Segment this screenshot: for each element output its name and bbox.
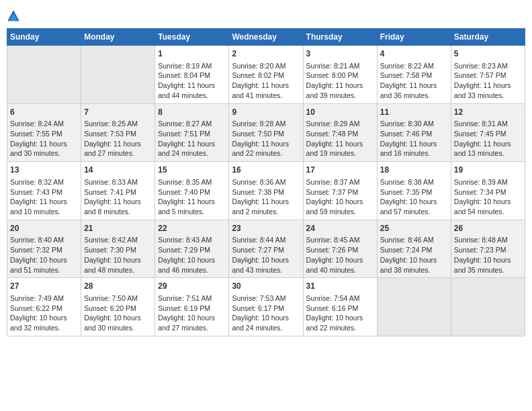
day-info: Daylight: 10 hours and 57 minutes. [380,197,448,216]
day-info: Sunset: 7:41 PM [84,187,152,197]
calendar-cell: 10Sunrise: 8:29 AMSunset: 7:48 PMDayligh… [303,103,377,162]
day-info: Sunset: 8:00 PM [306,71,374,81]
calendar-cell: 27Sunrise: 7:49 AMSunset: 6:22 PMDayligh… [7,278,81,336]
day-info: Sunrise: 8:20 AM [232,61,300,71]
day-info: Sunset: 6:20 PM [84,304,152,314]
day-info: Daylight: 11 hours and 27 minutes. [84,139,152,158]
day-info: Daylight: 10 hours and 27 minutes. [158,313,226,332]
calendar-week-5: 27Sunrise: 7:49 AMSunset: 6:22 PMDayligh… [7,278,525,336]
day-info: Daylight: 10 hours and 32 minutes. [10,313,78,332]
calendar-cell: 31Sunrise: 7:54 AMSunset: 6:16 PMDayligh… [303,278,377,336]
day-info: Daylight: 11 hours and 8 minutes. [84,197,152,216]
day-number: 8 [158,107,226,118]
day-number: 22 [158,223,226,234]
calendar-cell: 4Sunrise: 8:22 AMSunset: 7:58 PMDaylight… [377,46,451,104]
day-info: Sunrise: 8:37 AM [306,177,374,187]
day-info: Sunset: 7:26 PM [306,245,374,255]
calendar-cell: 2Sunrise: 8:20 AMSunset: 8:02 PMDaylight… [229,46,303,104]
day-info: Daylight: 10 hours and 30 minutes. [84,313,152,332]
day-info: Daylight: 10 hours and 46 minutes. [158,255,226,275]
day-info: Sunset: 7:30 PM [84,245,152,255]
day-number: 30 [232,281,300,292]
day-info: Sunrise: 8:30 AM [380,119,448,129]
calendar-cell: 15Sunrise: 8:35 AMSunset: 7:40 PMDayligh… [155,162,229,220]
weekday-header-row: SundayMondayTuesdayWednesdayThursdayFrid… [7,29,525,46]
calendar-body: 1Sunrise: 8:19 AMSunset: 8:04 PMDaylight… [7,46,525,336]
calendar-cell: 16Sunrise: 8:36 AMSunset: 7:38 PMDayligh… [229,162,303,220]
calendar-cell: 5Sunrise: 8:23 AMSunset: 7:57 PMDaylight… [451,46,525,104]
calendar-week-2: 6Sunrise: 8:24 AMSunset: 7:55 PMDaylight… [7,103,525,162]
calendar-cell: 25Sunrise: 8:46 AMSunset: 7:24 PMDayligh… [377,220,451,278]
calendar-cell: 17Sunrise: 8:37 AMSunset: 7:37 PMDayligh… [303,162,377,220]
day-info: Sunrise: 7:51 AM [158,293,226,304]
day-info: Sunrise: 8:38 AM [380,177,448,187]
day-info: Daylight: 11 hours and 36 minutes. [380,81,448,100]
day-number: 19 [454,165,522,176]
calendar-cell: 3Sunrise: 8:21 AMSunset: 8:00 PMDaylight… [303,46,377,104]
day-info: Sunset: 7:40 PM [158,187,226,197]
day-info: Daylight: 11 hours and 22 minutes. [232,139,300,158]
day-number: 5 [454,48,522,60]
day-info: Sunrise: 7:50 AM [84,293,152,304]
day-info: Sunset: 7:27 PM [232,245,300,255]
day-info: Daylight: 11 hours and 2 minutes. [232,197,300,216]
day-info: Daylight: 10 hours and 40 minutes. [306,255,374,275]
day-info: Sunset: 7:35 PM [380,187,448,197]
day-number: 21 [84,223,152,234]
day-info: Sunset: 7:51 PM [158,129,226,139]
day-info: Sunset: 8:02 PM [232,71,300,81]
calendar-week-4: 20Sunrise: 8:40 AMSunset: 7:32 PMDayligh… [7,220,525,278]
calendar-week-1: 1Sunrise: 8:19 AMSunset: 8:04 PMDaylight… [7,46,525,104]
day-info: Daylight: 11 hours and 33 minutes. [454,81,522,100]
day-info: Sunrise: 7:54 AM [306,293,374,304]
day-info: Sunrise: 8:25 AM [84,119,152,129]
calendar-cell: 22Sunrise: 8:43 AMSunset: 7:29 PMDayligh… [155,220,229,278]
day-info: Sunset: 7:55 PM [10,129,78,139]
calendar-cell: 7Sunrise: 8:25 AMSunset: 7:53 PMDaylight… [81,103,155,162]
day-number: 7 [84,107,152,118]
day-info: Sunrise: 8:39 AM [454,177,522,187]
calendar-cell [81,46,155,104]
weekday-header-monday: Monday [81,29,155,46]
day-info: Sunset: 7:43 PM [10,187,78,197]
calendar-cell: 9Sunrise: 8:28 AMSunset: 7:50 PMDaylight… [229,103,303,162]
calendar-header: SundayMondayTuesdayWednesdayThursdayFrid… [7,29,525,46]
day-info: Daylight: 10 hours and 51 minutes. [10,255,78,275]
day-info: Sunrise: 8:21 AM [306,61,374,71]
weekday-header-saturday: Saturday [451,29,525,46]
day-number: 23 [232,223,300,234]
calendar-cell: 21Sunrise: 8:42 AMSunset: 7:30 PMDayligh… [81,220,155,278]
day-info: Sunrise: 8:46 AM [380,235,448,245]
weekday-header-wednesday: Wednesday [229,29,303,46]
day-info: Sunrise: 8:43 AM [158,235,226,245]
day-info: Sunrise: 8:27 AM [158,119,226,129]
day-info: Sunset: 7:38 PM [232,187,300,197]
day-info: Sunrise: 8:29 AM [306,119,374,129]
calendar-cell: 30Sunrise: 7:53 AMSunset: 6:17 PMDayligh… [229,278,303,336]
calendar-table: SundayMondayTuesdayWednesdayThursdayFrid… [7,28,525,336]
day-info: Sunset: 7:50 PM [232,129,300,139]
day-info: Daylight: 10 hours and 35 minutes. [454,255,522,275]
day-info: Sunset: 8:04 PM [158,71,226,81]
calendar-cell: 6Sunrise: 8:24 AMSunset: 7:55 PMDaylight… [7,103,81,162]
day-info: Sunrise: 8:45 AM [306,235,374,245]
day-info: Sunrise: 7:53 AM [232,293,300,304]
day-info: Sunrise: 8:31 AM [454,119,522,129]
calendar-cell: 20Sunrise: 8:40 AMSunset: 7:32 PMDayligh… [7,220,81,278]
day-info: Sunrise: 8:44 AM [232,235,300,245]
day-info: Daylight: 11 hours and 10 minutes. [10,197,78,216]
logo-icon [7,9,20,23]
day-info: Sunrise: 8:32 AM [10,177,78,187]
calendar-cell: 23Sunrise: 8:44 AMSunset: 7:27 PMDayligh… [229,220,303,278]
day-info: Sunset: 6:19 PM [158,304,226,314]
day-number: 25 [380,223,448,234]
page-header [7,7,525,23]
weekday-header-friday: Friday [377,29,451,46]
day-number: 10 [306,107,374,118]
calendar-cell: 12Sunrise: 8:31 AMSunset: 7:45 PMDayligh… [451,103,525,162]
day-info: Sunrise: 8:42 AM [84,235,152,245]
day-info: Sunrise: 8:33 AM [84,177,152,187]
day-info: Sunset: 7:24 PM [380,245,448,255]
day-info: Sunset: 6:17 PM [232,304,300,314]
calendar-cell [7,46,81,104]
